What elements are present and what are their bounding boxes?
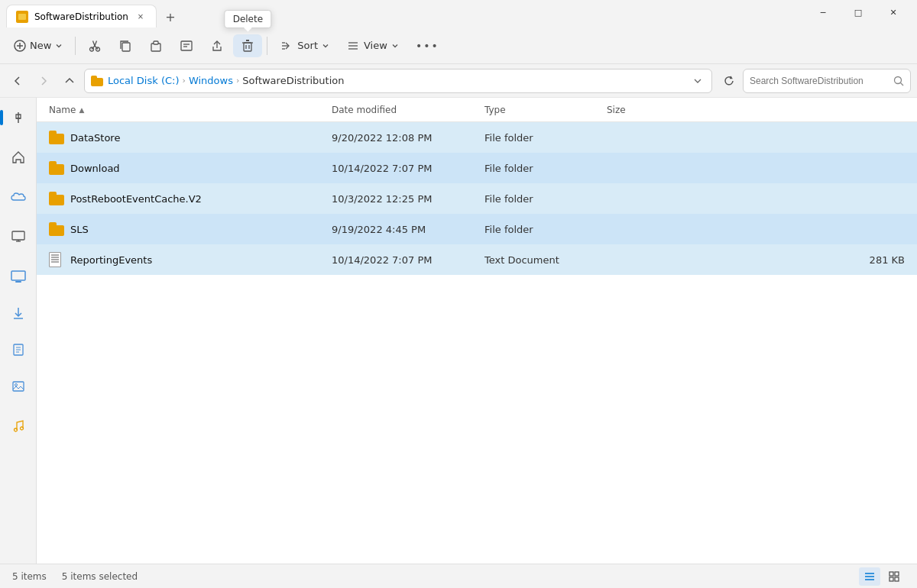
list-view-button[interactable]	[859, 567, 880, 586]
col-header-type[interactable]: Type	[484, 105, 607, 115]
sort-arrow-icon: ▲	[79, 106, 84, 114]
address-bar[interactable]: Local Disk (C:) › Windows › SoftwareDist…	[84, 69, 712, 93]
pin-icon	[11, 111, 25, 124]
forward-button[interactable]	[32, 69, 55, 92]
minimize-button[interactable]: ─	[805, 0, 841, 24]
svg-rect-45	[889, 572, 893, 576]
copy-button[interactable]	[111, 34, 140, 57]
grid-view-icon	[888, 570, 900, 583]
maximize-button[interactable]: □	[841, 0, 876, 24]
file-date: 9/19/2022 4:45 PM	[332, 224, 484, 235]
sidebar-item-pin[interactable]	[5, 104, 32, 131]
sidebar-item-pictures[interactable]	[5, 373, 32, 400]
grid-view-button[interactable]	[883, 567, 905, 586]
desktop-icon	[11, 270, 26, 283]
sidebar-item-documents[interactable]	[5, 336, 32, 363]
paste-button[interactable]	[141, 34, 170, 57]
close-button[interactable]: ✕	[876, 0, 911, 24]
more-options-button[interactable]: •••	[408, 35, 447, 57]
copy-icon	[118, 39, 132, 53]
rename-icon	[180, 39, 193, 53]
rename-button[interactable]	[172, 34, 201, 57]
table-row[interactable]: DataStore 9/20/2022 12:08 PM File folder	[37, 122, 917, 153]
search-icon	[893, 76, 904, 86]
svg-line-7	[93, 40, 96, 46]
svg-rect-15	[244, 43, 251, 51]
file-type: File folder	[484, 224, 607, 235]
breadcrumb-item-1[interactable]: Windows	[189, 75, 233, 86]
file-type: File folder	[484, 163, 607, 174]
file-date: 9/20/2022 12:08 PM	[332, 132, 484, 144]
delete-tooltip-wrap: Delete	[233, 34, 262, 57]
toolbar-separator-2	[267, 37, 267, 55]
col-header-name[interactable]: Name ▲	[49, 105, 332, 115]
svg-point-41	[20, 427, 23, 430]
back-button[interactable]	[6, 69, 29, 92]
refresh-icon	[723, 75, 735, 87]
list-view-icon	[864, 570, 876, 583]
new-tab-button[interactable]: +	[160, 6, 181, 27]
breadcrumb: Local Disk (C:) › Windows › SoftwareDist…	[108, 75, 685, 86]
sidebar-item-home[interactable]	[5, 144, 32, 171]
tab-close-button[interactable]: ×	[134, 11, 147, 23]
breadcrumb-item-0[interactable]: Local Disk (C:)	[108, 75, 179, 86]
table-row[interactable]: PostRebootEventCache.V2 10/3/2022 12:25 …	[37, 183, 917, 214]
svg-rect-31	[11, 271, 25, 280]
selected-count: 5 items selected	[62, 571, 138, 582]
new-button[interactable]: New	[6, 35, 70, 57]
paste-icon	[149, 39, 163, 53]
toolbar-separator-1	[75, 37, 76, 55]
address-folder-icon	[91, 76, 103, 86]
sort-button[interactable]: Sort	[272, 34, 337, 57]
file-type: File folder	[484, 132, 607, 144]
cut-icon	[88, 39, 102, 53]
search-input[interactable]	[750, 76, 889, 86]
file-date: 10/14/2022 7:07 PM	[332, 254, 484, 266]
svg-line-8	[95, 40, 97, 46]
svg-rect-32	[15, 281, 21, 283]
file-type: Text Document	[484, 254, 607, 266]
sidebar-item-onedrive[interactable]	[5, 183, 32, 211]
file-date: 10/3/2022 12:25 PM	[332, 193, 484, 205]
svg-rect-11	[154, 41, 158, 44]
delete-icon	[241, 39, 254, 53]
sort-icon	[280, 39, 293, 53]
col-header-size[interactable]: Size	[607, 105, 905, 115]
svg-rect-47	[889, 577, 893, 581]
active-tab[interactable]: SoftwareDistribution ×	[6, 5, 157, 27]
toolbar: New	[0, 27, 917, 64]
new-dropdown-icon	[55, 42, 63, 50]
back-icon	[12, 76, 23, 86]
table-row[interactable]: Download 10/14/2022 7:07 PM File folder	[37, 153, 917, 183]
share-icon	[210, 39, 224, 53]
address-dropdown-button[interactable]	[690, 73, 705, 89]
window-controls: ─ □ ✕	[805, 0, 911, 24]
forward-icon	[38, 76, 49, 86]
computer-icon	[11, 230, 26, 244]
sidebar-item-downloads[interactable]	[5, 299, 32, 327]
pictures-icon	[11, 380, 25, 393]
svg-point-39	[15, 384, 17, 386]
sort-label: Sort	[297, 40, 318, 51]
view-button[interactable]: View	[339, 34, 407, 57]
refresh-button[interactable]	[718, 70, 740, 92]
sidebar-item-thispc[interactable]	[5, 223, 32, 250]
sidebar-item-desktop[interactable]	[5, 263, 32, 290]
svg-rect-28	[12, 231, 24, 240]
document-icon	[49, 252, 61, 267]
sidebar-item-music[interactable]	[5, 412, 32, 440]
delete-button[interactable]	[233, 34, 262, 57]
col-header-date[interactable]: Date modified	[332, 105, 484, 115]
cut-button[interactable]	[80, 34, 109, 57]
file-name: Download	[70, 163, 332, 174]
svg-rect-9	[122, 43, 130, 51]
table-row[interactable]: SLS 9/19/2022 4:45 PM File folder	[37, 214, 917, 244]
up-button[interactable]	[58, 69, 81, 92]
tab-area: SoftwareDistribution × +	[6, 0, 805, 27]
search-bar[interactable]	[743, 69, 911, 93]
table-row[interactable]: ReportingEvents 10/14/2022 7:07 PM Text …	[37, 244, 917, 275]
folder-icon	[49, 222, 64, 236]
delete-tooltip: Delete	[225, 10, 271, 28]
share-button[interactable]	[203, 34, 232, 57]
sidebar-section-pin	[0, 104, 37, 131]
